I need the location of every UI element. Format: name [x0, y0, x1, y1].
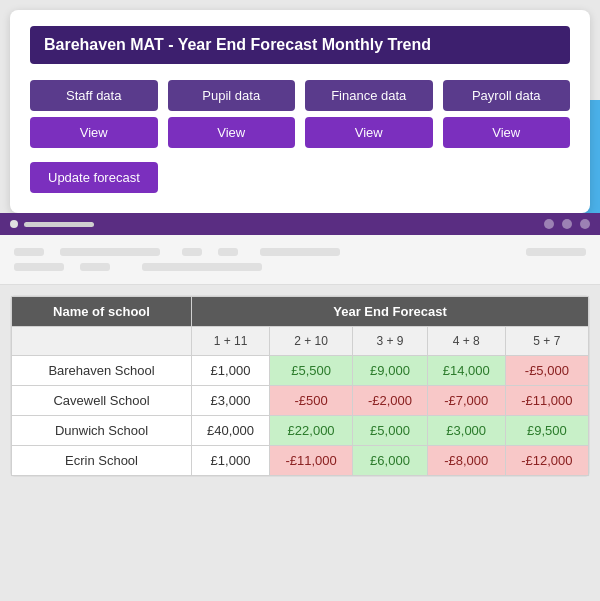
browser-url-bar: [24, 222, 94, 227]
sub-header-3: 3 + 9: [353, 327, 427, 356]
forecast-cell: £1,000: [192, 356, 270, 386]
table-row: Cavewell School£3,000-£500-£2,000-£7,000…: [12, 386, 589, 416]
forecast-cell: £14,000: [427, 356, 505, 386]
browser-dot: [10, 220, 18, 228]
pupil-data-label: Pupil data: [168, 80, 296, 111]
school-column-header: Name of school: [12, 297, 192, 327]
payroll-data-label: Payroll data: [443, 80, 571, 111]
forecast-cell: -£500: [269, 386, 352, 416]
school-sub-header: [12, 327, 192, 356]
maximize-icon[interactable]: [562, 219, 572, 229]
forecast-cell: -£12,000: [505, 446, 588, 476]
pupil-data-view-button[interactable]: View: [168, 117, 296, 148]
toolbar-icon-3: [218, 248, 238, 256]
toolbar-icon-1: [14, 248, 44, 256]
browser-controls: [544, 219, 590, 229]
toolbar-placeholder-2: [260, 248, 340, 256]
forecast-cell: -£8,000: [427, 446, 505, 476]
forecast-cell: -£2,000: [353, 386, 427, 416]
forecast-column-header: Year End Forecast: [192, 297, 589, 327]
card-title: Barehaven MAT - Year End Forecast Monthl…: [30, 26, 570, 64]
toolbar-placeholder-6: [142, 263, 262, 271]
pupil-data-group: Pupil data View: [168, 80, 296, 148]
table-row: Ecrin School£1,000-£11,000£6,000-£8,000-…: [12, 446, 589, 476]
forecast-cell: £40,000: [192, 416, 270, 446]
forecast-cell: -£7,000: [427, 386, 505, 416]
browser-bar: [0, 213, 600, 235]
top-card: Barehaven MAT - Year End Forecast Monthl…: [10, 10, 590, 213]
forecast-cell: £1,000: [192, 446, 270, 476]
forecast-cell: £3,000: [192, 386, 270, 416]
minimize-icon[interactable]: [544, 219, 554, 229]
forecast-cell: -£11,000: [505, 386, 588, 416]
sub-header-4: 4 + 8: [427, 327, 505, 356]
school-name-cell: Ecrin School: [12, 446, 192, 476]
payroll-data-group: Payroll data View: [443, 80, 571, 148]
forecast-cell: £5,000: [353, 416, 427, 446]
toolbar-area: [0, 235, 600, 285]
forecast-cell: £5,500: [269, 356, 352, 386]
finance-data-label: Finance data: [305, 80, 433, 111]
forecast-table: Name of school Year End Forecast 1 + 11 …: [11, 296, 589, 476]
finance-data-group: Finance data View: [305, 80, 433, 148]
sub-header-2: 2 + 10: [269, 327, 352, 356]
forecast-cell: £9,500: [505, 416, 588, 446]
forecast-cell: £9,000: [353, 356, 427, 386]
update-forecast-button[interactable]: Update forecast: [30, 162, 158, 193]
forecast-cell: £6,000: [353, 446, 427, 476]
toolbar-icon-2: [182, 248, 202, 256]
toolbar-placeholder-5: [80, 263, 110, 271]
finance-data-view-button[interactable]: View: [305, 117, 433, 148]
forecast-cell: -£11,000: [269, 446, 352, 476]
forecast-cell: -£5,000: [505, 356, 588, 386]
school-name-cell: Barehaven School: [12, 356, 192, 386]
table-row: Dunwich School£40,000£22,000£5,000£3,000…: [12, 416, 589, 446]
forecast-cell: £22,000: [269, 416, 352, 446]
school-name-cell: Cavewell School: [12, 386, 192, 416]
toolbar-placeholder-1: [60, 248, 160, 256]
sub-header-1: 1 + 11: [192, 327, 270, 356]
toolbar-placeholder-3: [526, 248, 586, 256]
data-buttons-row: Staff data View Pupil data View Finance …: [30, 80, 570, 148]
toolbar-placeholder-4: [14, 263, 64, 271]
school-name-cell: Dunwich School: [12, 416, 192, 446]
payroll-data-view-button[interactable]: View: [443, 117, 571, 148]
close-icon[interactable]: [580, 219, 590, 229]
staff-data-group: Staff data View: [30, 80, 158, 148]
staff-data-label: Staff data: [30, 80, 158, 111]
table-row: Barehaven School£1,000£5,500£9,000£14,00…: [12, 356, 589, 386]
forecast-cell: £3,000: [427, 416, 505, 446]
sub-header-5: 5 + 7: [505, 327, 588, 356]
staff-data-view-button[interactable]: View: [30, 117, 158, 148]
table-container: Name of school Year End Forecast 1 + 11 …: [10, 295, 590, 477]
